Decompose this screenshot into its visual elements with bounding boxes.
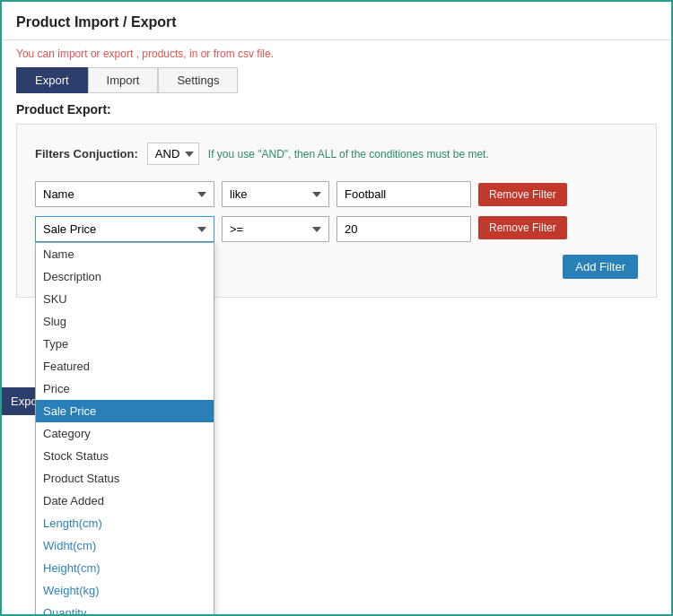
tab-settings[interactable]: Settings: [158, 67, 238, 93]
filter-row-2: Sale Price Name Description SKU Slug Typ…: [35, 216, 638, 242]
dd-item-quantity[interactable]: Quantity: [36, 602, 214, 616]
tab-bar: Export Import Settings: [2, 67, 671, 93]
dd-item-sku[interactable]: SKU: [36, 288, 214, 310]
description-text: You can import or export , products, in …: [2, 40, 671, 67]
dd-item-slug[interactable]: Slug: [36, 310, 214, 333]
dd-item-featured[interactable]: Featured: [36, 355, 214, 377]
window-title-bar: Product Import / Export: [2, 2, 671, 40]
filter2-operator-select[interactable]: >= = like: [222, 216, 329, 242]
filter1-field-select[interactable]: Name Description SKU Sale Price Category…: [35, 181, 214, 207]
dd-item-description[interactable]: Description: [36, 265, 214, 288]
dd-item-sale-price[interactable]: Sale Price: [36, 400, 214, 422]
dd-item-height[interactable]: Height(cm): [36, 557, 214, 579]
filter1-value-input[interactable]: [336, 181, 471, 207]
dd-item-date-added[interactable]: Date Added: [36, 490, 214, 512]
content-area: Filters Conjuction: AND OR If you use "A…: [16, 124, 657, 298]
main-window: Product Import / Export You can import o…: [0, 0, 673, 616]
dd-item-width[interactable]: Widht(cm): [36, 534, 214, 557]
filter1-operator-select[interactable]: like = != >= <=: [222, 181, 329, 207]
conjunction-select[interactable]: AND OR: [147, 143, 199, 165]
filter2-field-container: Sale Price Name Description SKU Slug Typ…: [35, 216, 214, 242]
tab-export[interactable]: Export: [16, 67, 88, 93]
dd-item-category[interactable]: Category: [36, 422, 214, 445]
dd-item-price[interactable]: Price: [36, 377, 214, 400]
conjunction-row: Filters Conjuction: AND OR If you use "A…: [35, 143, 638, 165]
tab-import[interactable]: Import: [88, 67, 159, 93]
dd-item-length[interactable]: Length(cm): [36, 512, 214, 534]
conjunction-note: If you use "AND", then ALL of the condit…: [208, 148, 489, 161]
dd-item-type[interactable]: Type: [36, 333, 214, 355]
section-title: Product Export:: [2, 93, 671, 124]
add-filter-button[interactable]: Add Filter: [563, 255, 638, 279]
dd-item-weight[interactable]: Weight(kg): [36, 579, 214, 602]
dd-item-name[interactable]: Name: [36, 243, 214, 265]
dd-item-product-status[interactable]: Product Status: [36, 467, 214, 490]
filter2-remove-button[interactable]: Remove Filter: [478, 216, 567, 239]
filter2-dropdown-list: Name Description SKU Slug Type Featured …: [35, 242, 214, 616]
dd-item-stock-status[interactable]: Stock Status: [36, 445, 214, 467]
page-title: Product Import / Export: [16, 14, 657, 30]
filter-row-1: Name Description SKU Sale Price Category…: [35, 181, 638, 207]
filter1-remove-button[interactable]: Remove Filter: [478, 183, 567, 206]
filter2-value-input[interactable]: [336, 216, 471, 242]
conjunction-label: Filters Conjuction:: [35, 147, 138, 161]
filter2-field-select[interactable]: Sale Price: [35, 216, 214, 242]
